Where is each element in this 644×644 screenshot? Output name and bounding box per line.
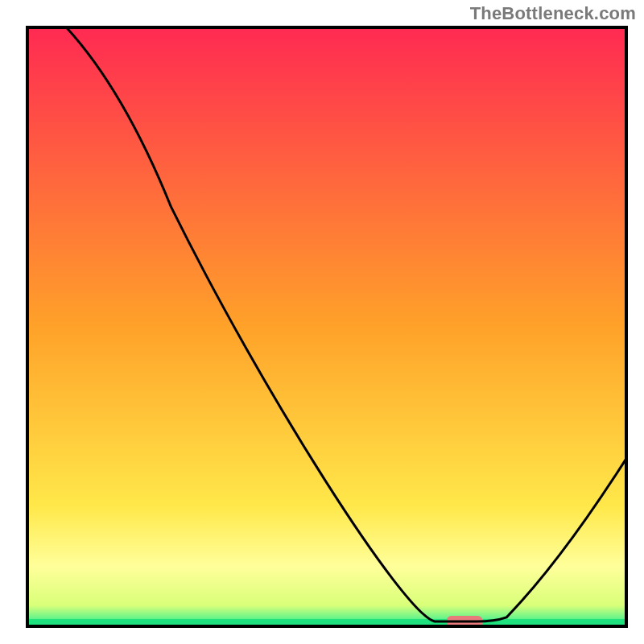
bottleneck-chart: [0, 0, 644, 644]
watermark-label: TheBottleneck.com: [470, 3, 636, 24]
gradient-background: [27, 27, 626, 626]
chart-container: { "watermark": "TheBottleneck.com", "cha…: [0, 0, 644, 644]
